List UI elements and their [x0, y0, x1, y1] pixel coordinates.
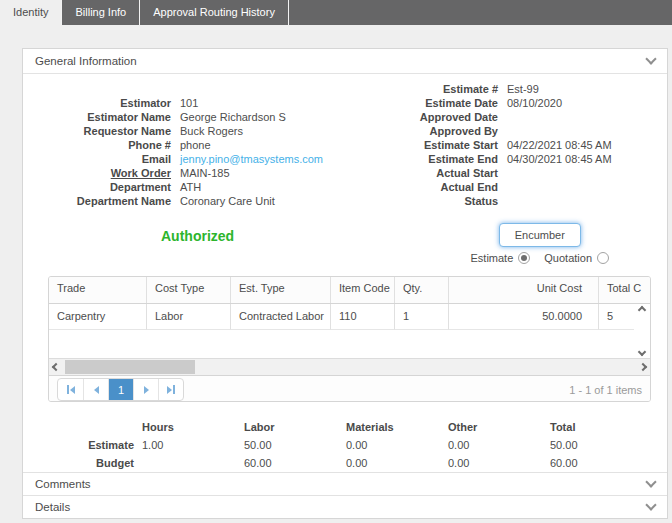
summary-header-hours: Hours — [134, 418, 236, 436]
authorized-status-badge: Authorized — [161, 228, 234, 270]
email-link[interactable]: jenny.pino@tmasystems.com — [180, 152, 323, 166]
estimate-items-grid: Trade Cost Type Est. Type Item Code Qty.… — [48, 276, 651, 402]
cell-unit-cost: 50.0000 — [448, 304, 598, 330]
identity-panel: General Information Estimator101 Estimat… — [22, 48, 668, 519]
column-header-trade[interactable]: Trade — [49, 277, 146, 303]
summary-estimate-row: Estimate 1.00 50.00 0.00 0.00 50.00 — [63, 436, 667, 454]
summary-header-other: Other — [440, 418, 542, 436]
form-left-column: Estimator101 Estimator NameGeorge Richar… — [23, 82, 383, 208]
cell-cost-type: Labor — [146, 304, 230, 330]
next-page-icon — [144, 386, 149, 394]
estimator-value: 101 — [180, 96, 198, 110]
estimator-name-label: Estimator Name — [23, 110, 180, 124]
actual-end-label: Actual End — [383, 180, 507, 194]
department-label: Department — [23, 180, 180, 194]
next-page-button[interactable] — [133, 379, 158, 400]
first-page-button[interactable] — [58, 379, 83, 400]
column-header-total-cost[interactable]: Total C — [598, 277, 650, 303]
page-1-button[interactable]: 1 — [108, 379, 133, 400]
budget-total: 60.00 — [542, 454, 644, 472]
summary-corner — [63, 418, 134, 436]
scroll-right-icon[interactable] — [639, 363, 647, 371]
estimator-label: Estimator — [23, 96, 180, 110]
column-header-est-type[interactable]: Est. Type — [230, 277, 330, 303]
estimate-radio[interactable] — [518, 252, 530, 264]
quotation-radio[interactable] — [597, 252, 609, 264]
status-row: Authorized Encumber Estimate Quotation — [23, 223, 667, 270]
estimate-start-label: Estimate Start — [383, 138, 507, 152]
table-row[interactable]: Carpentry Labor Contracted Labor 110 1 5… — [49, 304, 650, 330]
estimate-radio-label: Estimate — [471, 252, 514, 264]
column-header-qty[interactable]: Qty. — [394, 277, 448, 303]
estimate-other: 0.00 — [440, 436, 542, 454]
horizontal-scroll-thumb[interactable] — [65, 360, 195, 374]
estimator-name-value: George Richardson S — [180, 110, 286, 124]
estimate-total: 50.00 — [542, 436, 644, 454]
department-name-value: Coronary Care Unit — [180, 194, 275, 208]
budget-other: 0.00 — [440, 454, 542, 472]
scroll-up-icon[interactable] — [638, 306, 646, 314]
quotation-radio-label: Quotation — [544, 252, 592, 264]
pager-buttons: 1 — [57, 378, 184, 401]
encumber-button[interactable]: Encumber — [499, 223, 581, 247]
pager-info: 1 - 1 of 1 items — [569, 384, 642, 396]
grid-pager-bar: 1 1 - 1 of 1 items — [49, 375, 650, 402]
last-page-icon — [167, 386, 172, 394]
estimate-hours: 1.00 — [134, 436, 236, 454]
tab-approval-routing-history[interactable]: Approval Routing History — [140, 0, 289, 25]
summary-header-labor: Labor — [236, 418, 338, 436]
prev-page-icon — [94, 386, 99, 394]
summary-estimate-label: Estimate — [63, 436, 134, 454]
grid-body: Trade Cost Type Est. Type Item Code Qty.… — [49, 277, 650, 358]
estimate-number-label: Estimate # — [383, 82, 507, 96]
cost-summary: Hours Labor Materials Other Total Estima… — [63, 418, 667, 472]
column-header-unit-cost[interactable]: Unit Cost — [448, 277, 598, 303]
requestor-name-label: Requestor Name — [23, 124, 180, 138]
summary-budget-row: Budget 60.00 0.00 0.00 60.00 — [63, 454, 667, 472]
prev-page-button[interactable] — [83, 379, 108, 400]
budget-materials: 0.00 — [338, 454, 440, 472]
general-information-form: Estimator101 Estimator NameGeorge Richar… — [23, 82, 667, 208]
general-information-header[interactable]: General Information — [23, 49, 667, 74]
phone-value: phone — [180, 138, 211, 152]
cell-qty: 1 — [394, 304, 448, 330]
details-title: Details — [35, 501, 70, 513]
estimate-number-value: Est-99 — [507, 82, 539, 96]
grid-vertical-scrollbar[interactable] — [634, 304, 650, 358]
details-header[interactable]: Details — [23, 495, 667, 518]
requestor-name-value: Buck Rogers — [180, 124, 243, 138]
cell-trade: Carpentry — [49, 304, 146, 330]
tab-bar: Identity Billing Info Approval Routing H… — [0, 0, 672, 25]
cell-est-type: Contracted Labor — [230, 304, 330, 330]
department-value: ATH — [180, 180, 201, 194]
column-header-item-code[interactable]: Item Code — [330, 277, 394, 303]
grid-header-row: Trade Cost Type Est. Type Item Code Qty.… — [49, 277, 650, 304]
scroll-left-icon[interactable] — [52, 363, 60, 371]
summary-budget-label: Budget — [63, 454, 134, 472]
actual-start-label: Actual Start — [383, 166, 507, 180]
first-page-icon — [67, 385, 69, 394]
tab-billing-info[interactable]: Billing Info — [61, 0, 140, 25]
estimate-end-label: Estimate End — [383, 152, 507, 166]
scroll-down-icon[interactable] — [638, 348, 646, 356]
budget-hours — [134, 454, 236, 472]
approved-date-label: Approved Date — [383, 110, 507, 124]
estimate-end-value: 04/30/2021 08:45 AM — [507, 152, 612, 166]
form-right-column: Estimate #Est-99 Estimate Date08/10/2020… — [383, 82, 667, 208]
summary-header-total: Total — [542, 418, 644, 436]
estimate-materials: 0.00 — [338, 436, 440, 454]
estimate-quotation-radio-group: Estimate Quotation — [471, 252, 610, 264]
chevron-down-icon[interactable] — [645, 53, 656, 64]
work-order-label[interactable]: Work Order — [23, 166, 180, 180]
summary-header-row: Hours Labor Materials Other Total — [63, 418, 667, 436]
comments-header[interactable]: Comments — [23, 472, 667, 495]
column-header-cost-type[interactable]: Cost Type — [146, 277, 230, 303]
chevron-down-icon[interactable] — [645, 476, 656, 487]
chevron-down-icon[interactable] — [645, 499, 656, 510]
department-name-label: Department Name — [23, 194, 180, 208]
tab-identity[interactable]: Identity — [0, 0, 61, 25]
status-label: Status — [383, 194, 507, 208]
last-page-button[interactable] — [158, 379, 183, 400]
encumber-block: Encumber Estimate Quotation — [471, 223, 610, 270]
grid-horizontal-scrollbar[interactable] — [49, 358, 650, 375]
